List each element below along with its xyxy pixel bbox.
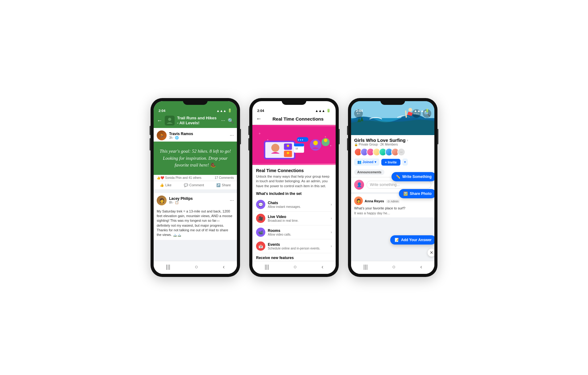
rooms-text: Rooms Allow video calls. — [268, 229, 331, 236]
post1-like-button[interactable]: 👍 Like — [158, 182, 173, 188]
phone2-vol-down — [248, 138, 250, 150]
phone-3: 2:04 ▲▲▲ 🔋 — [348, 98, 437, 277]
svg-text:✦: ✦ — [258, 132, 261, 135]
phone2-vol-up — [248, 126, 250, 135]
nav3-menu-icon: ||| — [363, 264, 368, 270]
phone1-time: 2:04 — [159, 109, 165, 113]
phone2-section-desc: Unlock the many ways that help your grou… — [256, 174, 332, 188]
post1-comment-button[interactable]: 💬 Comment — [182, 182, 206, 188]
phone3-time: 2:04 — [356, 109, 363, 113]
phone1-bottom-nav: ||| ○ ‹ — [154, 261, 237, 274]
phone1-search-icon[interactable]: 🔍 — [228, 118, 234, 124]
comment-icon: 💬 — [184, 183, 188, 187]
phone2-notch — [282, 98, 306, 105]
admin-post: 👩 Anna Reyes ⊙ Admin What's your favorit… — [351, 194, 434, 217]
phone1-more-icon[interactable]: ··· — [221, 118, 225, 124]
phone2-hero: ✦ ✦ ✦ ✦ ● ● ● — [252, 125, 336, 165]
phone3-group-info: Girls Who Love Surfing › 🔒 Private Group… — [351, 135, 434, 167]
like-label: Like — [165, 183, 172, 187]
phone1-vol-down — [150, 138, 151, 150]
events-name: Events — [268, 242, 331, 247]
phone2-time: 2:04 — [257, 109, 264, 113]
post2-header: 👩 Lacey Philips 8h · 📋 ··· — [154, 193, 237, 207]
admin-post-header: 👩 Anna Reyes ⊙ Admin — [354, 196, 431, 205]
post1-more-icon[interactable]: ··· — [230, 133, 234, 138]
svg-point-9 — [271, 144, 279, 152]
phone1-back-button[interactable]: ← — [157, 117, 162, 124]
nav2-back-icon: ‹ — [321, 264, 323, 270]
phone3-status-icons: ▲▲▲ 🔋 — [414, 109, 429, 113]
post1-avatar: 🏃 — [157, 130, 167, 140]
feature-item-live[interactable]: 🎥 Live Video Broadcast in real time. › — [256, 212, 332, 225]
phone3-power-btn — [437, 129, 438, 144]
phone3-vol-down — [347, 138, 348, 150]
events-chevron-icon: › — [331, 244, 332, 248]
phone1-vol-up — [150, 126, 151, 135]
like-emoji: 👍❤️ — [157, 176, 164, 179]
svg-point-20 — [313, 141, 318, 145]
phone2-section-title: Real Time Connections — [256, 168, 332, 173]
phone3-status-bar: 2:04 ▲▲▲ 🔋 — [351, 101, 434, 114]
svg-text:✦: ✦ — [330, 144, 332, 147]
phone1-feed: 🏃 Travis Ramos 3h · 🌐 ··· This year's go… — [154, 128, 237, 261]
post2-meta: 8h · 📋 — [169, 201, 227, 204]
phone3-feed: 👤 Write something... 👩 Anna Reyes ⊙ Admi… — [351, 177, 434, 261]
tab-announcements[interactable]: Announcements — [354, 169, 384, 175]
post2-username: Lacey Philips — [169, 196, 227, 201]
phone1-header: ← Trail Runs and Hikes - All Levels! ···… — [154, 114, 237, 128]
post2-avatar: 👩 — [157, 196, 167, 205]
phone-1: 2:04 ▲▲▲ 🔋 ← Trail Runs and Hikes - All … — [151, 98, 240, 277]
feature-item-rooms[interactable]: 📹 Rooms Allow video calls. › — [256, 225, 332, 239]
rooms-icon: 📹 — [256, 228, 265, 237]
admin-avatar: 👩 — [354, 196, 363, 205]
admin-badge: ⊙ Admin — [386, 200, 400, 203]
chat-text: Chats Allow instant messages. — [268, 201, 331, 208]
members-row: ··· — [354, 148, 431, 156]
nav3-back-icon: ‹ — [420, 264, 422, 270]
post1-share-button[interactable]: ↗️ Share — [214, 182, 233, 188]
post1-comments-count: 17 Comments — [215, 176, 234, 179]
nav-back-icon: ‹ — [223, 264, 225, 270]
post1-body: This year's goal: 52 hikes. 8 left to go… — [154, 142, 237, 175]
live-sub: Broadcast in real time. — [268, 219, 331, 222]
admin-name: Anna Reyes — [365, 199, 384, 203]
post2-user-info: Lacey Philips 8h · 📋 — [169, 196, 227, 204]
feature-item-events[interactable]: 📅 Events Schedule online and in-person e… — [256, 239, 332, 253]
svg-point-11 — [287, 145, 289, 147]
dropdown-button[interactable]: ▾ — [402, 159, 408, 166]
receive-section: Receive new features Be among the first … — [256, 256, 332, 261]
phone2-back-button[interactable]: ← — [256, 116, 262, 122]
joined-button[interactable]: 👥 Joined ▾ — [354, 159, 379, 166]
more-members-button[interactable]: ··· — [397, 148, 405, 156]
phone3-tabs: Announcements — [351, 167, 434, 177]
post1-actions: 👍 Like 💬 Comment ↗️ Share — [154, 181, 237, 191]
post1-reactions: 👍❤️ Sonida Phin and 41 others 17 Comment… — [154, 175, 237, 181]
svg-text:12: 12 — [296, 147, 298, 150]
share-icon: ↗️ — [216, 183, 221, 187]
invite-button[interactable]: + Invite — [381, 159, 400, 166]
chat-chevron-icon: › — [331, 202, 332, 207]
phone2-header: ← Real Time Connections — [252, 114, 336, 125]
partial-answer: It was a happy day he... — [354, 211, 431, 215]
live-text: Live Video Broadcast in real time. — [268, 215, 331, 222]
post1-meta: 3h · 🌐 — [169, 136, 227, 139]
post1-username: Travis Ramos — [169, 132, 227, 136]
phone3-signal: ▲▲▲ — [414, 109, 424, 113]
events-text: Events Schedule online and in-person eve… — [268, 242, 331, 250]
phone3-battery: 🔋 — [425, 109, 429, 113]
post-1: 🏃 Travis Ramos 3h · 🌐 ··· This year's go… — [154, 128, 237, 191]
phone-2: 2:04 ▲▲▲ 🔋 ← Real Time Connections ✦ ✦ — [249, 98, 339, 277]
feature-item-chats[interactable]: 💬 Chats Allow instant messages. › — [256, 198, 332, 212]
phone1-group-title: Trail Runs and Hikes - All Levels! — [177, 116, 219, 125]
live-chevron-icon: › — [331, 216, 332, 220]
post1-user-info: Travis Ramos 3h · 🌐 — [169, 132, 227, 139]
chat-sub: Allow instant messages. — [268, 205, 331, 208]
phone2-signal: ▲▲▲ — [315, 109, 325, 113]
phone1-status-icons: ▲▲▲ 🔋 — [216, 109, 232, 113]
phone2-battery: 🔋 — [326, 109, 331, 113]
phone1-signal: ▲▲▲ — [216, 109, 226, 113]
post2-more-icon[interactable]: ··· — [230, 198, 234, 203]
write-placeholder[interactable]: Write something... — [366, 181, 431, 189]
group-name: Girls Who Love Surfing — [354, 138, 406, 143]
svg-text:✦: ✦ — [324, 135, 327, 138]
